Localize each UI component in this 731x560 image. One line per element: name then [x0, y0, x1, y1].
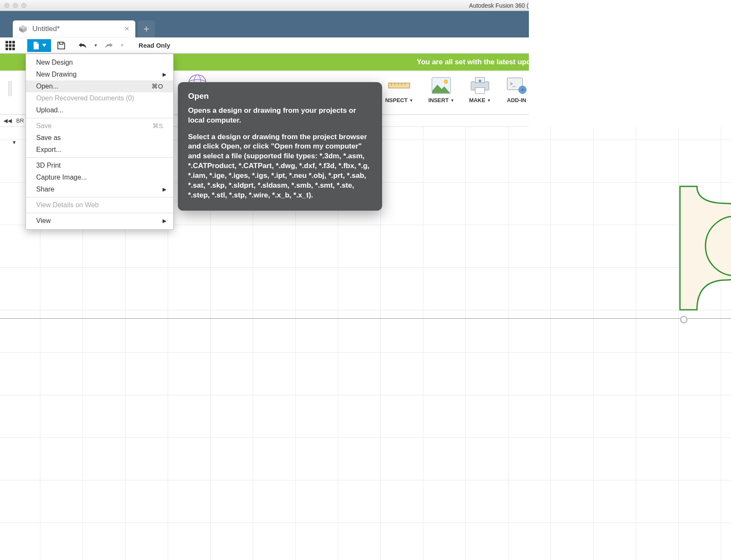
- file-menu-item[interactable]: Save as: [26, 132, 173, 144]
- file-icon: [32, 41, 40, 50]
- browser-label: BR: [16, 117, 24, 124]
- minimize-window[interactable]: [13, 3, 18, 8]
- menu-item-label: Open...: [36, 83, 58, 90]
- file-menu-item[interactable]: Capture Image...: [26, 171, 173, 183]
- file-menu-dropdown: New DesignNew Drawing▶Open...⌘OOpen Reco…: [26, 54, 174, 230]
- svg-text:>_: >_: [510, 81, 516, 87]
- ribbon-label: INSERT: [428, 97, 449, 103]
- quick-access-toolbar: ▼ ▼ Read Only: [0, 37, 529, 54]
- tooltip-body-1: Opens a design or drawing from your proj…: [188, 106, 372, 126]
- document-tab-strip: Untitled* × +: [0, 11, 529, 37]
- caret-down-icon: ▼: [450, 98, 454, 103]
- update-banner-text: You are all set with the latest upda: [417, 58, 529, 66]
- tooltip-body-2: Select a design or drawing from the proj…: [188, 132, 372, 201]
- menu-item-label: View: [36, 217, 51, 225]
- redo-icon: [104, 42, 114, 49]
- undo-icon: [78, 42, 87, 49]
- image-icon: [428, 75, 454, 96]
- cube-icon: [19, 25, 27, 33]
- menu-item-label: New Drawing: [36, 71, 77, 78]
- undo-button[interactable]: [77, 40, 89, 51]
- menu-item-label: Open Recovered Documents (0): [36, 94, 134, 102]
- document-tab-label: Untitled*: [32, 25, 60, 33]
- menu-item-label: Export...: [36, 146, 62, 154]
- menu-item-label: 3D Print: [36, 162, 61, 169]
- svg-rect-3: [60, 42, 63, 44]
- svg-point-18: [479, 80, 481, 82]
- file-menu-item: Save⌘S: [26, 120, 173, 132]
- tooltip-title: Open: [188, 91, 372, 102]
- browser-tree-row[interactable]: ▶: [13, 140, 16, 145]
- file-menu-item: Open Recovered Documents (0): [26, 92, 173, 104]
- undo-history-caret[interactable]: ▼: [91, 43, 100, 48]
- ribbon-group-make[interactable]: MAKE▼: [463, 75, 497, 103]
- submenu-arrow-icon: ▶: [163, 71, 166, 77]
- menu-item-label: View Details on Web: [36, 201, 99, 209]
- ribbon-label: NSPECT: [385, 97, 408, 103]
- file-menu-item[interactable]: New Design: [26, 57, 173, 69]
- menu-item-label: Share: [36, 186, 54, 193]
- save-icon: [57, 41, 66, 50]
- menu-item-shortcut: ⌘O: [151, 83, 163, 90]
- redo-button[interactable]: [103, 40, 115, 51]
- submenu-arrow-icon: ▶: [163, 186, 166, 192]
- file-menu-item[interactable]: Upload...: [26, 104, 173, 116]
- zoom-window[interactable]: [21, 3, 26, 8]
- close-window[interactable]: [4, 3, 9, 8]
- menu-item-label: Save: [36, 122, 51, 130]
- ribbon-grip[interactable]: [5, 80, 14, 97]
- printer-icon: [467, 75, 493, 96]
- file-menu-item[interactable]: New Drawing▶: [26, 69, 173, 80]
- file-menu-item[interactable]: Share▶: [26, 183, 173, 195]
- redo-history-caret[interactable]: ▼: [117, 43, 127, 48]
- file-menu-item[interactable]: 3D Print: [26, 160, 173, 171]
- close-tab-icon[interactable]: ×: [124, 24, 129, 33]
- file-menu-item: View Details on Web: [26, 199, 173, 211]
- menu-item-label: New Design: [36, 59, 73, 66]
- menu-item-shortcut: ⌘S: [152, 122, 163, 130]
- data-panel-button[interactable]: [4, 40, 16, 51]
- file-menu-button[interactable]: [27, 39, 51, 52]
- mac-titlebar: Autodesk Fusion 360 (T: [0, 0, 529, 11]
- svg-point-14: [444, 80, 448, 84]
- read-only-badge: Read Only: [139, 42, 170, 49]
- ribbon-group-insert[interactable]: INSERT▼: [424, 75, 459, 103]
- ribbon-label: MAKE: [469, 97, 485, 103]
- disclosure-triangle-icon: ▶: [12, 141, 17, 144]
- caret-down-icon: [42, 44, 46, 47]
- tooltip-open: Open Opens a design or drawing from your…: [178, 82, 382, 211]
- svg-rect-17: [475, 88, 485, 94]
- rewind-icon[interactable]: ◀◀: [3, 117, 12, 124]
- script-icon: >_: [504, 75, 529, 96]
- new-tab-button[interactable]: +: [138, 20, 155, 37]
- menu-item-label: Save as: [36, 134, 61, 142]
- menu-item-label: Upload...: [36, 106, 63, 114]
- caret-down-icon: ▼: [409, 98, 413, 103]
- save-button[interactable]: [55, 40, 67, 51]
- ribbon-label: ADD-IN: [507, 97, 526, 103]
- axis-horizontal: [0, 318, 529, 319]
- file-menu-item[interactable]: View▶: [26, 215, 173, 227]
- grid-icon: [6, 41, 15, 50]
- caret-down-icon: ▼: [487, 98, 491, 103]
- menu-item-label: Capture Image...: [36, 174, 87, 181]
- file-menu-item[interactable]: Open...⌘O: [26, 80, 173, 92]
- document-tab-active[interactable]: Untitled* ×: [13, 20, 135, 37]
- submenu-arrow-icon: ▶: [163, 218, 166, 224]
- ruler-icon: [386, 75, 412, 96]
- window-controls: [0, 3, 26, 8]
- app-title: Autodesk Fusion 360 (T: [469, 2, 529, 9]
- file-menu-item[interactable]: Export...: [26, 144, 173, 156]
- ribbon-group-addins[interactable]: >_ ADD-IN: [502, 75, 529, 103]
- ribbon-group-inspect[interactable]: NSPECT▼: [380, 75, 419, 103]
